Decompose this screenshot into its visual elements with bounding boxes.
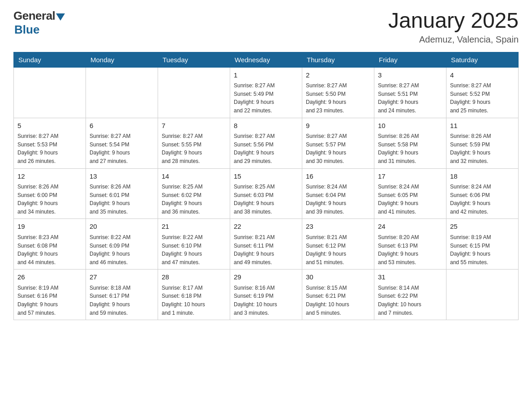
day-cell	[14, 67, 86, 118]
day-cell: 30Sunrise: 8:15 AM Sunset: 6:21 PM Dayli…	[302, 270, 374, 320]
day-info: Sunrise: 8:14 AM Sunset: 6:22 PM Dayligh…	[378, 284, 442, 317]
calendar-title: January 2025	[388, 9, 519, 33]
day-info: Sunrise: 8:23 AM Sunset: 6:08 PM Dayligh…	[17, 233, 82, 266]
week-row-5: 26Sunrise: 8:19 AM Sunset: 6:16 PM Dayli…	[14, 270, 519, 320]
calendar-table: SundayMondayTuesdayWednesdayThursdayFrid…	[13, 52, 519, 320]
day-info: Sunrise: 8:27 AM Sunset: 5:49 PM Dayligh…	[234, 81, 298, 115]
day-info: Sunrise: 8:22 AM Sunset: 6:10 PM Dayligh…	[162, 233, 226, 266]
day-cell: 27Sunrise: 8:18 AM Sunset: 6:17 PM Dayli…	[86, 270, 158, 320]
day-info: Sunrise: 8:25 AM Sunset: 6:03 PM Dayligh…	[234, 183, 298, 216]
day-cell: 31Sunrise: 8:14 AM Sunset: 6:22 PM Dayli…	[374, 270, 446, 320]
day-number: 25	[450, 222, 515, 232]
day-info: Sunrise: 8:27 AM Sunset: 5:55 PM Dayligh…	[162, 132, 226, 165]
day-number: 9	[306, 121, 370, 131]
day-info: Sunrise: 8:19 AM Sunset: 6:15 PM Dayligh…	[450, 233, 515, 266]
day-info: Sunrise: 8:21 AM Sunset: 6:11 PM Dayligh…	[234, 233, 298, 266]
column-header-friday: Friday	[374, 52, 446, 67]
calendar-subtitle: Ademuz, Valencia, Spain	[388, 34, 519, 45]
day-number: 13	[90, 171, 154, 182]
day-info: Sunrise: 8:22 AM Sunset: 6:09 PM Dayligh…	[90, 233, 154, 266]
day-info: Sunrise: 8:26 AM Sunset: 5:59 PM Dayligh…	[450, 132, 515, 165]
day-cell: 13Sunrise: 8:26 AM Sunset: 6:01 PM Dayli…	[86, 168, 158, 219]
day-number: 23	[306, 222, 370, 232]
title-area: January 2025 Ademuz, Valencia, Spain	[388, 9, 519, 45]
week-row-4: 19Sunrise: 8:23 AM Sunset: 6:08 PM Dayli…	[14, 219, 519, 270]
day-cell: 18Sunrise: 8:24 AM Sunset: 6:06 PM Dayli…	[446, 168, 519, 219]
day-info: Sunrise: 8:20 AM Sunset: 6:13 PM Dayligh…	[378, 233, 442, 266]
day-number: 16	[306, 171, 370, 182]
day-info: Sunrise: 8:19 AM Sunset: 6:16 PM Dayligh…	[17, 284, 82, 317]
day-cell: 2Sunrise: 8:27 AM Sunset: 5:50 PM Daylig…	[302, 67, 374, 118]
day-cell	[86, 67, 158, 118]
day-cell: 11Sunrise: 8:26 AM Sunset: 5:59 PM Dayli…	[446, 118, 519, 168]
day-info: Sunrise: 8:26 AM Sunset: 5:58 PM Dayligh…	[378, 132, 442, 165]
day-cell	[446, 270, 519, 320]
day-number: 15	[234, 171, 298, 182]
day-cell: 16Sunrise: 8:24 AM Sunset: 6:04 PM Dayli…	[302, 168, 374, 219]
column-header-saturday: Saturday	[446, 52, 519, 67]
day-cell: 7Sunrise: 8:27 AM Sunset: 5:55 PM Daylig…	[158, 118, 230, 168]
day-number: 19	[17, 222, 82, 232]
column-header-tuesday: Tuesday	[158, 52, 230, 67]
day-cell: 8Sunrise: 8:27 AM Sunset: 5:56 PM Daylig…	[230, 118, 302, 168]
day-number: 7	[162, 121, 226, 131]
day-number: 4	[450, 70, 515, 81]
column-header-thursday: Thursday	[302, 52, 374, 67]
day-cell: 3Sunrise: 8:27 AM Sunset: 5:51 PM Daylig…	[374, 67, 446, 118]
day-cell: 21Sunrise: 8:22 AM Sunset: 6:10 PM Dayli…	[158, 219, 230, 270]
day-number: 28	[162, 272, 226, 283]
day-number: 20	[90, 222, 154, 232]
day-info: Sunrise: 8:21 AM Sunset: 6:12 PM Dayligh…	[306, 233, 370, 266]
day-number: 30	[306, 272, 370, 283]
column-header-sunday: Sunday	[14, 52, 86, 67]
day-cell: 28Sunrise: 8:17 AM Sunset: 6:18 PM Dayli…	[158, 270, 230, 320]
day-number: 17	[378, 171, 442, 182]
day-cell: 14Sunrise: 8:25 AM Sunset: 6:02 PM Dayli…	[158, 168, 230, 219]
day-info: Sunrise: 8:16 AM Sunset: 6:19 PM Dayligh…	[234, 284, 298, 317]
day-info: Sunrise: 8:27 AM Sunset: 5:51 PM Dayligh…	[378, 81, 442, 115]
day-info: Sunrise: 8:17 AM Sunset: 6:18 PM Dayligh…	[162, 284, 226, 317]
day-info: Sunrise: 8:27 AM Sunset: 5:54 PM Dayligh…	[90, 132, 154, 165]
day-cell: 29Sunrise: 8:16 AM Sunset: 6:19 PM Dayli…	[230, 270, 302, 320]
day-info: Sunrise: 8:27 AM Sunset: 5:52 PM Dayligh…	[450, 81, 515, 115]
day-info: Sunrise: 8:26 AM Sunset: 6:01 PM Dayligh…	[90, 183, 154, 216]
day-info: Sunrise: 8:27 AM Sunset: 5:50 PM Dayligh…	[306, 81, 370, 115]
day-cell: 1Sunrise: 8:27 AM Sunset: 5:49 PM Daylig…	[230, 67, 302, 118]
column-header-monday: Monday	[86, 52, 158, 67]
calendar-header-row: SundayMondayTuesdayWednesdayThursdayFrid…	[14, 52, 519, 67]
day-cell	[158, 67, 230, 118]
column-header-wednesday: Wednesday	[230, 52, 302, 67]
day-number: 5	[17, 121, 82, 131]
day-cell: 15Sunrise: 8:25 AM Sunset: 6:03 PM Dayli…	[230, 168, 302, 219]
page-header: General Blue January 2025 Ademuz, Valenc…	[13, 9, 519, 45]
day-info: Sunrise: 8:24 AM Sunset: 6:06 PM Dayligh…	[450, 183, 515, 216]
day-number: 14	[162, 171, 226, 182]
day-cell: 12Sunrise: 8:26 AM Sunset: 6:00 PM Dayli…	[14, 168, 86, 219]
day-info: Sunrise: 8:27 AM Sunset: 5:56 PM Dayligh…	[234, 132, 298, 165]
day-number: 29	[234, 272, 298, 283]
day-info: Sunrise: 8:26 AM Sunset: 6:00 PM Dayligh…	[17, 183, 82, 216]
day-number: 27	[90, 272, 154, 283]
day-number: 22	[234, 222, 298, 232]
day-info: Sunrise: 8:25 AM Sunset: 6:02 PM Dayligh…	[162, 183, 226, 216]
day-number: 3	[378, 70, 442, 81]
day-number: 18	[450, 171, 515, 182]
day-cell: 9Sunrise: 8:27 AM Sunset: 5:57 PM Daylig…	[302, 118, 374, 168]
logo-triangle-icon	[56, 13, 65, 21]
day-cell: 25Sunrise: 8:19 AM Sunset: 6:15 PM Dayli…	[446, 219, 519, 270]
week-row-2: 5Sunrise: 8:27 AM Sunset: 5:53 PM Daylig…	[14, 118, 519, 168]
day-cell: 22Sunrise: 8:21 AM Sunset: 6:11 PM Dayli…	[230, 219, 302, 270]
day-number: 2	[306, 70, 370, 81]
week-row-3: 12Sunrise: 8:26 AM Sunset: 6:00 PM Dayli…	[14, 168, 519, 219]
day-cell: 19Sunrise: 8:23 AM Sunset: 6:08 PM Dayli…	[14, 219, 86, 270]
day-number: 21	[162, 222, 226, 232]
logo-blue-text: Blue	[14, 23, 39, 37]
day-info: Sunrise: 8:18 AM Sunset: 6:17 PM Dayligh…	[90, 284, 154, 317]
day-number: 11	[450, 121, 515, 131]
day-cell: 23Sunrise: 8:21 AM Sunset: 6:12 PM Dayli…	[302, 219, 374, 270]
day-info: Sunrise: 8:27 AM Sunset: 5:53 PM Dayligh…	[17, 132, 82, 165]
day-cell: 20Sunrise: 8:22 AM Sunset: 6:09 PM Dayli…	[86, 219, 158, 270]
day-number: 8	[234, 121, 298, 131]
day-info: Sunrise: 8:27 AM Sunset: 5:57 PM Dayligh…	[306, 132, 370, 165]
day-number: 24	[378, 222, 442, 232]
